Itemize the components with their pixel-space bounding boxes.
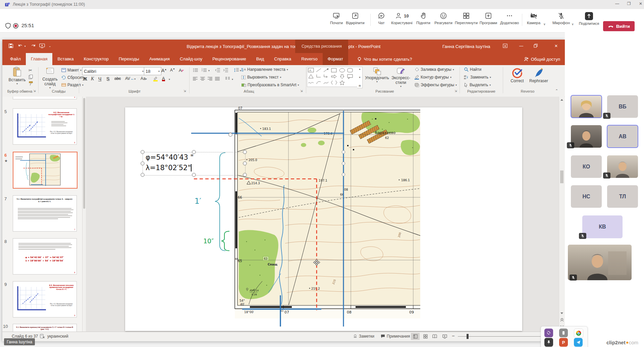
columns-chevron[interactable]: ▾ xyxy=(232,78,233,81)
resize-handle[interactable] xyxy=(141,162,145,165)
slide-thumbnail-10[interactable]: 9.3. Визначити прямокутні координати X і… xyxy=(13,324,77,332)
cut-icon[interactable]: ✂ xyxy=(29,68,32,73)
more-actions-button[interactable]: Додатково xyxy=(497,12,522,25)
rotate-handle-icon[interactable] xyxy=(229,133,232,137)
ten-seconds-bracket[interactable] xyxy=(221,231,229,251)
participant-initials-tile[interactable]: КВ xyxy=(582,215,623,238)
resize-handle[interactable] xyxy=(141,173,145,177)
participant-initials-tile[interactable]: КО xyxy=(571,155,602,178)
text-shadow-button[interactable]: S xyxy=(106,76,109,82)
start-slideshow-icon[interactable] xyxy=(39,43,45,48)
copy-icon[interactable] xyxy=(29,75,33,79)
resize-handle[interactable] xyxy=(192,173,196,177)
window-close-button[interactable]: ✕ xyxy=(551,44,561,48)
normal-view-button[interactable] xyxy=(411,333,420,340)
zoom-out-button[interactable]: − xyxy=(452,333,455,339)
proofing-icon[interactable] xyxy=(40,334,45,339)
zoom-slider-track[interactable] xyxy=(458,336,542,337)
participant-video-tile[interactable] xyxy=(571,95,602,118)
slide-thumbnail-7[interactable]: 9.2. Визначити географічні координати то… xyxy=(13,195,77,232)
select-button[interactable]: Выделить▾ xyxy=(464,83,491,87)
replace-button[interactable]: abacЗаменить▾ xyxy=(464,75,491,80)
character-spacing-button[interactable]: AV↔▾ xyxy=(125,76,136,81)
shapes-gallery[interactable]: А xyxy=(307,67,358,87)
text-direction-button[interactable]: АНаправление текста▾ xyxy=(241,67,288,72)
participant-initials-tile[interactable]: АВ xyxy=(607,125,638,148)
resize-handle[interactable] xyxy=(141,150,145,154)
slide-thumbnail-9[interactable]: 9.3. Визначення плоских прямокутних коор… xyxy=(13,281,77,317)
viber-icon[interactable] xyxy=(544,329,553,337)
leave-meeting-button[interactable]: Вийти xyxy=(603,21,635,31)
quick-styles-button[interactable]: Экспресс-стили▾ xyxy=(390,67,412,88)
arrange-button[interactable]: Упорядочить▾ xyxy=(365,67,389,83)
align-text-button[interactable]: Выровнять текст▾ xyxy=(241,75,281,80)
editor-scrollbar[interactable] xyxy=(559,97,565,332)
shape-outline-button[interactable]: Контур фигуры▾ xyxy=(414,75,451,80)
participant-initials-tile[interactable]: ВБ xyxy=(607,95,638,118)
underline-button[interactable]: Ч xyxy=(98,76,101,82)
convert-smartart-button[interactable]: Преобразовать в SmartArt▾ xyxy=(241,83,299,87)
numbering-button[interactable]: 12 xyxy=(202,68,207,72)
language-indicator[interactable]: украинский xyxy=(47,334,68,339)
shape-fill-button[interactable]: Заливка фигуры▾ xyxy=(414,67,454,72)
tab-file[interactable]: Файл xyxy=(5,53,26,65)
undo-icon[interactable] xyxy=(18,43,23,48)
tab-insert[interactable]: Вставка xyxy=(52,53,78,65)
presentation-icon[interactable]: P xyxy=(559,338,568,347)
undo-dropdown-chevron[interactable]: ▾ xyxy=(24,45,26,48)
pin-icon[interactable] xyxy=(544,338,553,347)
reading-view-button[interactable] xyxy=(430,333,439,340)
resize-handle[interactable] xyxy=(192,150,196,154)
decrease-indent-button[interactable] xyxy=(215,68,220,72)
font-size-combo[interactable]: 18▾ xyxy=(144,67,161,75)
share-tray-button[interactable]: Поділитися xyxy=(576,12,602,26)
unpin-popout-button[interactable]: Відкріпити xyxy=(342,12,368,25)
save-icon[interactable] xyxy=(8,43,13,48)
tell-me-box[interactable]: Что вы хотите сделать? xyxy=(357,53,412,65)
drawing-dialog-launcher[interactable]: ⇲ xyxy=(454,89,457,93)
highlight-color-button[interactable] xyxy=(153,76,159,82)
paste-button[interactable]: Вставить▾ xyxy=(7,67,27,85)
align-center-button[interactable] xyxy=(200,77,205,81)
bullets-button[interactable] xyxy=(193,68,198,72)
reset-button[interactable]: Сбросить xyxy=(61,75,85,80)
resize-handle[interactable] xyxy=(243,162,247,165)
send-icon[interactable] xyxy=(574,338,583,347)
list-chevron[interactable]: ▾ xyxy=(208,69,210,72)
microphone-button[interactable]: Мікрофон xyxy=(548,12,574,25)
justify-button[interactable] xyxy=(215,77,220,81)
font-dialog-launcher[interactable]: ⇲ xyxy=(183,89,186,93)
slide-thumbnail-5[interactable]: 9.2. Визначення географічних координат λ… xyxy=(13,108,77,145)
tab-reverso[interactable]: Reverso xyxy=(296,53,322,65)
slide-thumbnail-6-selected[interactable] xyxy=(13,152,77,189)
thumbnail-scrollbar[interactable] xyxy=(83,97,86,332)
tab-review[interactable]: Рецензирование xyxy=(207,53,251,65)
tab-animations[interactable]: Анимация xyxy=(144,53,175,65)
collapse-ribbon-button[interactable]: ⌃ xyxy=(555,89,558,93)
bold-button[interactable]: Ж xyxy=(83,76,87,82)
tab-design[interactable]: Конструктор xyxy=(79,53,114,65)
tab-slideshow[interactable]: Слайд-шоу xyxy=(175,53,207,65)
scrollbar-thumb[interactable] xyxy=(560,170,564,183)
ribbon-display-options-icon[interactable] xyxy=(503,44,513,48)
line-spacing-button[interactable] xyxy=(234,68,239,72)
resize-handle[interactable] xyxy=(243,173,247,177)
clipboard-dialog-launcher[interactable]: ⇲ xyxy=(33,89,36,93)
share-document-button[interactable]: Общий доступ xyxy=(524,53,560,65)
view-button[interactable]: Переглянути xyxy=(453,12,479,25)
account-name[interactable]: Ганна Сергіївна Ішутіна xyxy=(442,40,490,53)
section-button[interactable]: Раздел▾ xyxy=(61,83,84,87)
font-color-chevron[interactable]: ▾ xyxy=(169,78,170,81)
shapes-gallery-scroll[interactable]: ▲▼▤ xyxy=(357,67,363,88)
participant-video-tile-large[interactable] xyxy=(568,245,632,280)
slide-thumbnail-4[interactable]: 4 xyxy=(13,97,77,99)
font-color-button[interactable]: А xyxy=(162,76,165,81)
mic-options-chevron[interactable]: ∨ xyxy=(572,22,574,26)
titlebar-close-button[interactable]: ✕ xyxy=(636,1,644,6)
titlebar-restore-button[interactable]: ❐ xyxy=(624,1,634,6)
titlebar-minimize-button[interactable]: — xyxy=(612,1,622,6)
reverso-rephraser-button[interactable]: Rephraser xyxy=(528,67,549,83)
new-slide-button[interactable]: Создать слайд▾ xyxy=(41,67,59,89)
tab-home[interactable]: Главная xyxy=(26,53,52,65)
columns-button[interactable] xyxy=(225,77,230,81)
